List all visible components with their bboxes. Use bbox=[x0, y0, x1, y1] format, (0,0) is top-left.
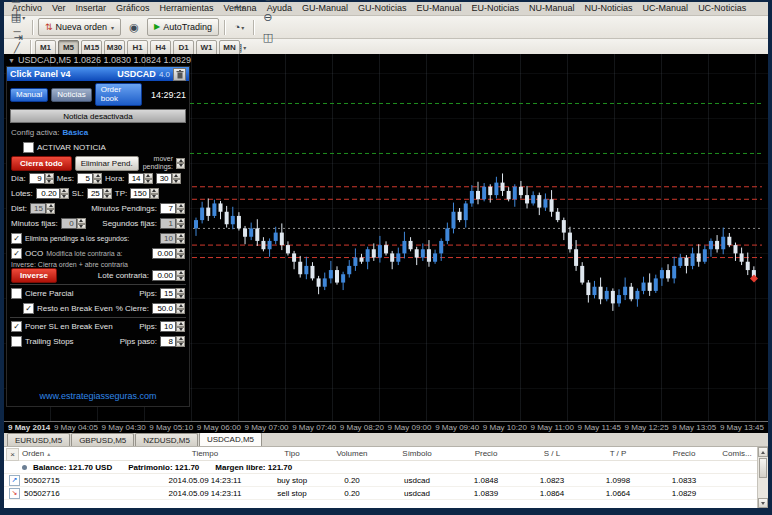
spin-down-icon[interactable] bbox=[144, 179, 153, 185]
menu-item-eu-noticias[interactable]: EU-Noticias bbox=[467, 2, 525, 15]
oco-lote-spinner[interactable]: 0.00 bbox=[152, 248, 185, 259]
column-header[interactable]: S / L bbox=[519, 449, 585, 458]
periods-icon[interactable]: ◔▾ bbox=[229, 17, 249, 37]
spin-down-icon[interactable] bbox=[46, 209, 55, 215]
horizontal-line-icon[interactable]: ─ bbox=[8, 24, 26, 40]
pips-paso-spinner[interactable]: 8 bbox=[160, 336, 185, 347]
autotrading-button[interactable]: ▶ AutoTrading bbox=[147, 18, 219, 36]
spin-down-icon[interactable] bbox=[176, 254, 185, 260]
column-header[interactable]: Precio bbox=[453, 449, 519, 458]
expert-advisors-icon[interactable]: ◉ bbox=[124, 17, 144, 37]
column-header[interactable]: Volumen bbox=[323, 449, 381, 458]
hora-spinner[interactable]: 14 bbox=[128, 173, 153, 184]
click-panel-header[interactable]: Click Panel v4 USDCAD 4.0 bbox=[7, 67, 189, 81]
elimina-pendings-checkbox[interactable]: ✓ bbox=[11, 233, 22, 244]
poner-pips-spinner[interactable]: 10 bbox=[160, 321, 185, 332]
dist-spinner[interactable]: 15 bbox=[30, 203, 55, 214]
menu-item-gu-noticias[interactable]: GU-Noticias bbox=[353, 2, 412, 15]
minutos-fijas-spinner[interactable]: 0 bbox=[61, 218, 86, 229]
scroll-thumb[interactable] bbox=[759, 458, 767, 478]
chart-tab-nzdusd-m5[interactable]: NZDUSD,M5 bbox=[135, 433, 198, 446]
column-header[interactable]: T / P bbox=[585, 449, 651, 458]
spin-down-icon[interactable] bbox=[45, 179, 54, 185]
spin-down-icon[interactable] bbox=[77, 224, 86, 230]
crosshair-icon[interactable]: + bbox=[8, 0, 26, 8]
dropdown-icon[interactable]: ▾ bbox=[243, 44, 246, 51]
menu-item-nu-noticias[interactable]: NU-Noticias bbox=[580, 2, 638, 15]
terminal-scrollbar[interactable] bbox=[757, 447, 768, 508]
cierra-todo-button[interactable]: Cierra todo bbox=[11, 156, 72, 171]
tab-noticias[interactable]: Noticias bbox=[51, 88, 91, 102]
elimina-spinner[interactable]: 10 bbox=[160, 233, 185, 244]
tab-order-book[interactable]: Order book bbox=[95, 83, 142, 106]
chart-collapse-icon[interactable]: ▼ bbox=[8, 57, 15, 64]
menu-item-insertar[interactable]: Insertar bbox=[71, 2, 112, 15]
menu-item-uc-manual[interactable]: UC-Manual bbox=[638, 2, 694, 15]
website-link[interactable]: www.estrategiasseguras.com bbox=[7, 388, 189, 406]
column-header[interactable]: Tipo bbox=[261, 449, 323, 458]
minutos-pendings-spinner[interactable]: 7 bbox=[160, 203, 185, 214]
spin-down-icon[interactable] bbox=[176, 209, 185, 215]
pct-cierre-spinner[interactable]: 50.0 bbox=[152, 303, 185, 314]
segundos-fijas-spinner[interactable]: 1 bbox=[160, 218, 185, 229]
oco-checkbox[interactable]: ✓ bbox=[11, 248, 22, 259]
chart-area[interactable]: ▼ USDCAD,M5 1.0826 1.0830 1.0824 1.0829 … bbox=[4, 54, 768, 433]
column-header[interactable]: Comis... bbox=[717, 449, 757, 458]
dropdown-icon[interactable]: ▾ bbox=[241, 24, 244, 31]
mes-spinner[interactable]: 5 bbox=[77, 173, 102, 184]
spin-down-icon[interactable] bbox=[103, 194, 112, 200]
tab-manual[interactable]: Manual bbox=[10, 88, 48, 102]
spin-down-icon[interactable] bbox=[172, 179, 181, 185]
zoom-out-icon[interactable]: ⊖ bbox=[258, 7, 278, 27]
menu-item-gu-manual[interactable]: GU-Manual bbox=[297, 2, 353, 15]
indicators-icon[interactable]: +▾ bbox=[229, 0, 249, 17]
lotes-spinner[interactable]: 0.20 bbox=[36, 188, 69, 199]
inverse-button[interactable]: Inverse bbox=[11, 268, 57, 283]
nueva-orden-button[interactable]: ⇅ Nueva orden ▾ bbox=[38, 18, 121, 36]
spin-down-icon[interactable] bbox=[176, 294, 185, 300]
spin-down-icon[interactable] bbox=[176, 309, 185, 315]
scroll-up-icon[interactable] bbox=[758, 447, 768, 457]
menu-item-uc-noticias[interactable]: UC-Noticias bbox=[693, 2, 751, 15]
menu-item-gráficos[interactable]: Gráficos bbox=[111, 2, 155, 15]
lote-contraria-spinner[interactable]: 0.00 bbox=[152, 270, 185, 281]
mover-pendings-spinner[interactable] bbox=[176, 158, 185, 169]
scroll-down-icon[interactable] bbox=[758, 498, 768, 508]
spin-down-icon[interactable] bbox=[176, 327, 185, 333]
tp-spinner[interactable]: 150 bbox=[130, 188, 158, 199]
spin-down-icon[interactable] bbox=[176, 163, 185, 169]
menu-item-nu-manual[interactable]: NU-Manual bbox=[524, 2, 580, 15]
minuto-spinner[interactable]: 30 bbox=[156, 173, 181, 184]
spin-down-icon[interactable] bbox=[60, 194, 69, 200]
chart-tab-usdcad-m5[interactable]: USDCAD,M5 bbox=[199, 432, 262, 446]
menu-item-herramientas[interactable]: Herramientas bbox=[155, 2, 219, 15]
menu-item-eu-manual[interactable]: EU-Manual bbox=[412, 2, 467, 15]
trailing-stops-checkbox[interactable] bbox=[11, 336, 22, 347]
resto-break-even-checkbox[interactable]: ✓ bbox=[23, 303, 34, 314]
vertical-line-icon[interactable]: │ bbox=[8, 8, 26, 24]
cierre-pips-spinner[interactable]: 15 bbox=[160, 288, 185, 299]
chart-tab-eurusd-m5[interactable]: EURUSD,M5 bbox=[7, 433, 70, 446]
column-header[interactable]: Orden▴ bbox=[4, 449, 149, 458]
dia-spinner[interactable]: 9 bbox=[29, 173, 54, 184]
spin-down-icon[interactable] bbox=[93, 179, 102, 185]
zoom-in-icon[interactable]: ⊕ bbox=[258, 0, 278, 7]
order-row[interactable]: ↘505027162014.05.09 14:23:11sell stop0.2… bbox=[4, 487, 757, 500]
column-header[interactable]: Precio bbox=[651, 449, 717, 458]
menu-item-ver[interactable]: Ver bbox=[47, 2, 71, 15]
tile-windows-icon[interactable]: ◫ bbox=[258, 27, 278, 47]
cierre-parcial-checkbox[interactable] bbox=[11, 288, 22, 299]
terminal-close-icon[interactable]: × bbox=[6, 448, 19, 461]
activar-noticia-checkbox[interactable] bbox=[23, 142, 34, 153]
trash-icon[interactable] bbox=[173, 68, 186, 81]
poner-sl-checkbox[interactable]: ✓ bbox=[11, 321, 22, 332]
column-header[interactable]: Símbolo bbox=[381, 449, 453, 458]
spin-down-icon[interactable] bbox=[176, 239, 185, 245]
dropdown-icon[interactable]: ▾ bbox=[241, 4, 244, 11]
eliminar-pend-button[interactable]: Eliminar Pend. bbox=[75, 156, 139, 171]
spin-down-icon[interactable] bbox=[176, 276, 185, 282]
order-row[interactable]: ↗505027152014.05.09 14:23:11buy stop0.20… bbox=[4, 474, 757, 487]
chart-tab-gbpusd-m5[interactable]: GBPUSD,M5 bbox=[71, 433, 134, 446]
column-header[interactable]: Tiempo bbox=[149, 449, 261, 458]
spin-down-icon[interactable] bbox=[176, 342, 185, 348]
